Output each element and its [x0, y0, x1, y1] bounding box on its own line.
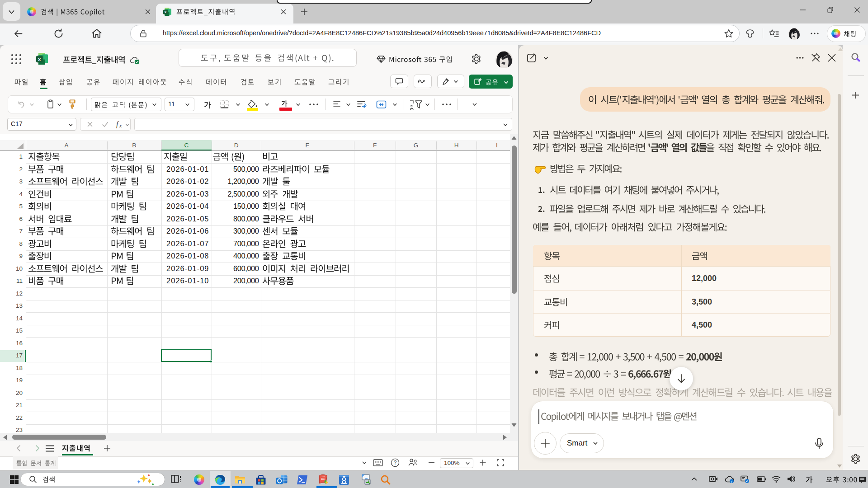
svg-text:x: x	[38, 56, 41, 62]
svg-text:?: ?	[394, 460, 397, 466]
svg-text:x: x	[165, 10, 167, 14]
